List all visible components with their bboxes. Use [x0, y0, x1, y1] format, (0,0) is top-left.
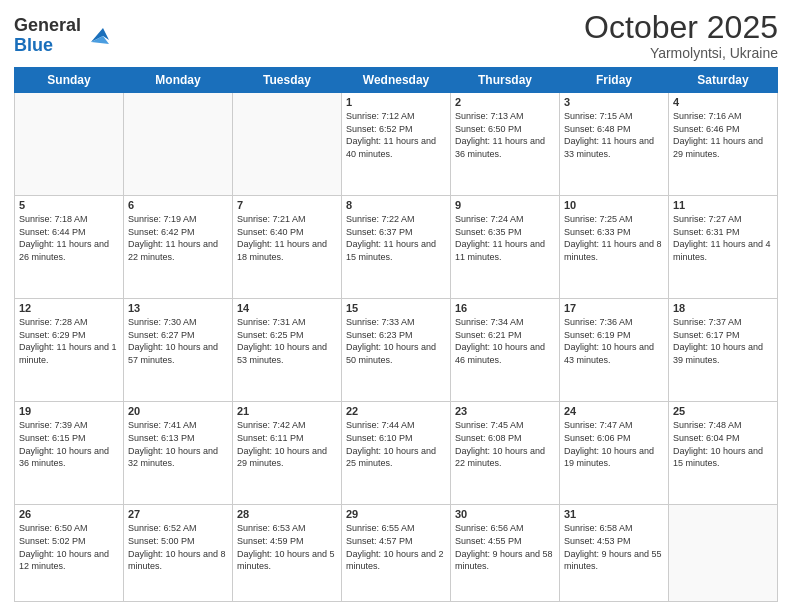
calendar-cell: 18Sunrise: 7:37 AM Sunset: 6:17 PM Dayli… [669, 299, 778, 402]
calendar-cell: 4Sunrise: 7:16 AM Sunset: 6:46 PM Daylig… [669, 93, 778, 196]
day-number: 29 [346, 508, 446, 520]
page-header: General Blue October 2025 Yarmolyntsi, U… [14, 10, 778, 61]
calendar-cell: 8Sunrise: 7:22 AM Sunset: 6:37 PM Daylig… [342, 196, 451, 299]
day-info: Sunrise: 7:21 AM Sunset: 6:40 PM Dayligh… [237, 213, 337, 263]
day-info: Sunrise: 7:37 AM Sunset: 6:17 PM Dayligh… [673, 316, 773, 366]
day-number: 27 [128, 508, 228, 520]
day-info: Sunrise: 7:25 AM Sunset: 6:33 PM Dayligh… [564, 213, 664, 263]
day-info: Sunrise: 7:33 AM Sunset: 6:23 PM Dayligh… [346, 316, 446, 366]
day-number: 3 [564, 96, 664, 108]
location-title: Yarmolyntsi, Ukraine [584, 45, 778, 61]
calendar-cell: 13Sunrise: 7:30 AM Sunset: 6:27 PM Dayli… [124, 299, 233, 402]
day-number: 30 [455, 508, 555, 520]
day-number: 10 [564, 199, 664, 211]
day-number: 17 [564, 302, 664, 314]
day-number: 4 [673, 96, 773, 108]
day-info: Sunrise: 6:55 AM Sunset: 4:57 PM Dayligh… [346, 522, 446, 572]
day-number: 15 [346, 302, 446, 314]
calendar-cell [233, 93, 342, 196]
calendar-cell: 24Sunrise: 7:47 AM Sunset: 6:06 PM Dayli… [560, 402, 669, 505]
day-info: Sunrise: 7:48 AM Sunset: 6:04 PM Dayligh… [673, 419, 773, 469]
calendar-cell: 25Sunrise: 7:48 AM Sunset: 6:04 PM Dayli… [669, 402, 778, 505]
day-info: Sunrise: 6:50 AM Sunset: 5:02 PM Dayligh… [19, 522, 119, 572]
logo-general-text: General [14, 15, 81, 35]
day-number: 16 [455, 302, 555, 314]
day-info: Sunrise: 7:31 AM Sunset: 6:25 PM Dayligh… [237, 316, 337, 366]
day-number: 11 [673, 199, 773, 211]
day-info: Sunrise: 7:39 AM Sunset: 6:15 PM Dayligh… [19, 419, 119, 469]
day-number: 20 [128, 405, 228, 417]
day-number: 8 [346, 199, 446, 211]
day-info: Sunrise: 7:45 AM Sunset: 6:08 PM Dayligh… [455, 419, 555, 469]
day-number: 19 [19, 405, 119, 417]
day-number: 9 [455, 199, 555, 211]
col-header-thursday: Thursday [451, 68, 560, 93]
day-number: 6 [128, 199, 228, 211]
col-header-tuesday: Tuesday [233, 68, 342, 93]
logo: General Blue [14, 16, 111, 56]
day-info: Sunrise: 7:22 AM Sunset: 6:37 PM Dayligh… [346, 213, 446, 263]
calendar-cell: 28Sunrise: 6:53 AM Sunset: 4:59 PM Dayli… [233, 505, 342, 602]
calendar-table: SundayMondayTuesdayWednesdayThursdayFrid… [14, 67, 778, 602]
day-info: Sunrise: 7:41 AM Sunset: 6:13 PM Dayligh… [128, 419, 228, 469]
logo-blue-text: Blue [14, 35, 53, 55]
day-info: Sunrise: 7:42 AM Sunset: 6:11 PM Dayligh… [237, 419, 337, 469]
calendar-cell: 26Sunrise: 6:50 AM Sunset: 5:02 PM Dayli… [15, 505, 124, 602]
calendar-cell: 23Sunrise: 7:45 AM Sunset: 6:08 PM Dayli… [451, 402, 560, 505]
day-info: Sunrise: 6:53 AM Sunset: 4:59 PM Dayligh… [237, 522, 337, 572]
calendar-cell: 20Sunrise: 7:41 AM Sunset: 6:13 PM Dayli… [124, 402, 233, 505]
calendar-cell: 30Sunrise: 6:56 AM Sunset: 4:55 PM Dayli… [451, 505, 560, 602]
day-info: Sunrise: 6:56 AM Sunset: 4:55 PM Dayligh… [455, 522, 555, 572]
col-header-sunday: Sunday [15, 68, 124, 93]
col-header-monday: Monday [124, 68, 233, 93]
day-info: Sunrise: 7:30 AM Sunset: 6:27 PM Dayligh… [128, 316, 228, 366]
day-number: 13 [128, 302, 228, 314]
day-info: Sunrise: 6:52 AM Sunset: 5:00 PM Dayligh… [128, 522, 228, 572]
calendar-cell [15, 93, 124, 196]
month-title: October 2025 [584, 10, 778, 45]
day-number: 2 [455, 96, 555, 108]
col-header-friday: Friday [560, 68, 669, 93]
day-number: 22 [346, 405, 446, 417]
col-header-saturday: Saturday [669, 68, 778, 93]
calendar-cell: 3Sunrise: 7:15 AM Sunset: 6:48 PM Daylig… [560, 93, 669, 196]
calendar-cell: 12Sunrise: 7:28 AM Sunset: 6:29 PM Dayli… [15, 299, 124, 402]
calendar-cell: 31Sunrise: 6:58 AM Sunset: 4:53 PM Dayli… [560, 505, 669, 602]
day-info: Sunrise: 7:27 AM Sunset: 6:31 PM Dayligh… [673, 213, 773, 263]
day-info: Sunrise: 7:36 AM Sunset: 6:19 PM Dayligh… [564, 316, 664, 366]
day-number: 21 [237, 405, 337, 417]
calendar-cell: 22Sunrise: 7:44 AM Sunset: 6:10 PM Dayli… [342, 402, 451, 505]
day-number: 31 [564, 508, 664, 520]
calendar-cell [124, 93, 233, 196]
day-number: 18 [673, 302, 773, 314]
day-info: Sunrise: 7:12 AM Sunset: 6:52 PM Dayligh… [346, 110, 446, 160]
calendar-cell: 15Sunrise: 7:33 AM Sunset: 6:23 PM Dayli… [342, 299, 451, 402]
calendar-cell: 6Sunrise: 7:19 AM Sunset: 6:42 PM Daylig… [124, 196, 233, 299]
calendar-cell: 19Sunrise: 7:39 AM Sunset: 6:15 PM Dayli… [15, 402, 124, 505]
day-number: 26 [19, 508, 119, 520]
day-info: Sunrise: 7:16 AM Sunset: 6:46 PM Dayligh… [673, 110, 773, 160]
day-info: Sunrise: 7:19 AM Sunset: 6:42 PM Dayligh… [128, 213, 228, 263]
calendar-cell: 2Sunrise: 7:13 AM Sunset: 6:50 PM Daylig… [451, 93, 560, 196]
day-number: 7 [237, 199, 337, 211]
day-number: 12 [19, 302, 119, 314]
day-number: 25 [673, 405, 773, 417]
calendar-cell: 14Sunrise: 7:31 AM Sunset: 6:25 PM Dayli… [233, 299, 342, 402]
day-number: 5 [19, 199, 119, 211]
title-block: October 2025 Yarmolyntsi, Ukraine [584, 10, 778, 61]
day-info: Sunrise: 6:58 AM Sunset: 4:53 PM Dayligh… [564, 522, 664, 572]
calendar-cell: 11Sunrise: 7:27 AM Sunset: 6:31 PM Dayli… [669, 196, 778, 299]
day-number: 1 [346, 96, 446, 108]
day-info: Sunrise: 7:24 AM Sunset: 6:35 PM Dayligh… [455, 213, 555, 263]
calendar-cell: 29Sunrise: 6:55 AM Sunset: 4:57 PM Dayli… [342, 505, 451, 602]
calendar-cell: 1Sunrise: 7:12 AM Sunset: 6:52 PM Daylig… [342, 93, 451, 196]
day-info: Sunrise: 7:28 AM Sunset: 6:29 PM Dayligh… [19, 316, 119, 366]
day-number: 24 [564, 405, 664, 417]
calendar-cell: 7Sunrise: 7:21 AM Sunset: 6:40 PM Daylig… [233, 196, 342, 299]
day-info: Sunrise: 7:34 AM Sunset: 6:21 PM Dayligh… [455, 316, 555, 366]
calendar-cell [669, 505, 778, 602]
calendar-cell: 17Sunrise: 7:36 AM Sunset: 6:19 PM Dayli… [560, 299, 669, 402]
day-info: Sunrise: 7:18 AM Sunset: 6:44 PM Dayligh… [19, 213, 119, 263]
logo-icon [83, 22, 111, 50]
calendar-cell: 10Sunrise: 7:25 AM Sunset: 6:33 PM Dayli… [560, 196, 669, 299]
